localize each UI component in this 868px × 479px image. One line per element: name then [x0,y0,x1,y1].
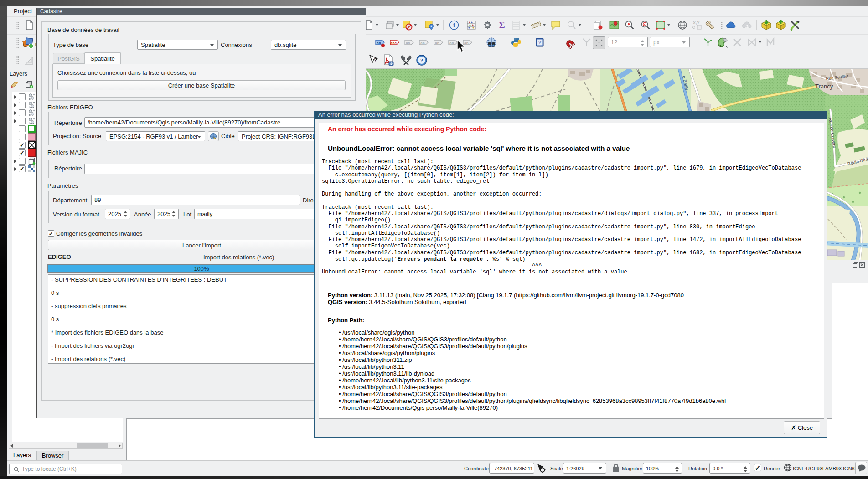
svg-text:ab: ab [377,41,381,45]
svg-text:?: ? [538,40,542,45]
svg-text:?: ? [420,57,423,64]
svg-text:ab: ab [450,41,454,45]
svg-text:i: i [453,22,455,29]
svg-text:X,Y: X,Y [693,21,700,25]
svg-text:ab: ab [406,41,410,45]
svg-text:ab: ab [420,41,424,45]
svg-text:ab: ab [435,41,439,45]
svg-text:abc: abc [390,41,397,45]
svg-text:Trancy: Trancy [815,83,833,90]
svg-text:Σ: Σ [499,20,505,30]
svg-text:?: ? [374,57,377,64]
